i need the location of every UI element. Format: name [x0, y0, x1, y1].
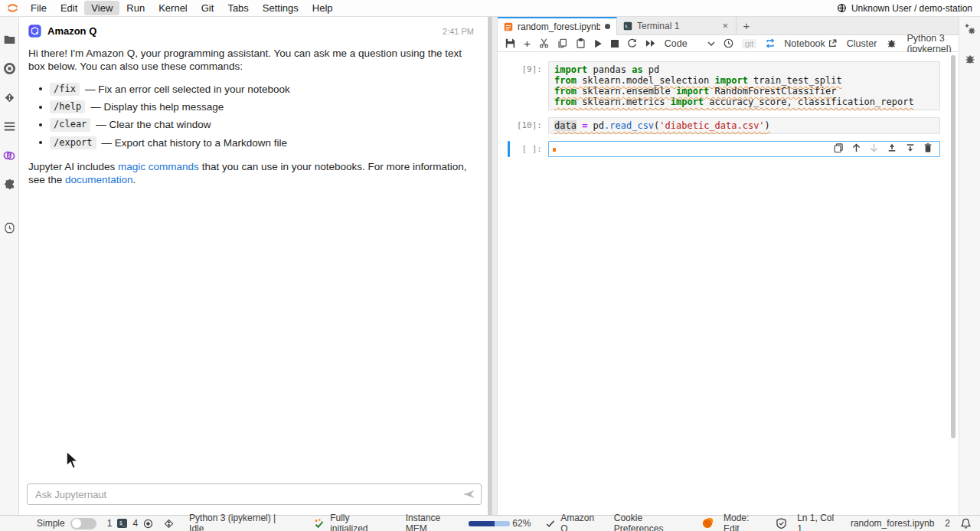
- menu-edit[interactable]: Edit: [54, 1, 84, 15]
- running-sessions-icon[interactable]: [0, 54, 19, 83]
- kernel-name: Python 3 (ipykernel): [906, 33, 951, 54]
- code-editor[interactable]: import pandas as pdfrom sklearn.model_se…: [548, 61, 940, 110]
- trust-shield-icon[interactable]: [776, 518, 786, 529]
- amazon-q-sidebar-icon[interactable]: [0, 141, 19, 170]
- menu-view[interactable]: View: [84, 1, 119, 15]
- active-cell-indicator-bar[interactable]: [508, 141, 510, 157]
- code-editor[interactable]: data = pd.read_csv('diabetic_data.csv'): [548, 117, 940, 134]
- code-cell-1[interactable]: [9]: import pandas as pdfrom sklearn.mod…: [498, 61, 940, 110]
- session-time-icon[interactable]: [0, 213, 19, 242]
- new-tab-button[interactable]: +: [737, 17, 756, 34]
- tab-label: Terminal 1: [637, 21, 716, 31]
- unsaved-changes-dot[interactable]: [605, 24, 610, 29]
- main-dock-panel: random_forest.ipynb $_ Terminal 1 × + +: [498, 17, 959, 515]
- insert-cell-above-icon[interactable]: [887, 143, 897, 152]
- code-token: import: [676, 86, 709, 97]
- copy-cells-icon[interactable]: [557, 38, 567, 48]
- paste-cells-icon[interactable]: [576, 38, 586, 48]
- code-editor-active[interactable]: [548, 141, 940, 157]
- code-cell-3-active[interactable]: [ ]:: [498, 141, 940, 157]
- cursor-position[interactable]: Ln 1, Col 1: [797, 513, 840, 531]
- code-token: 'diabetic_data.csv': [659, 120, 764, 131]
- cut-cells-icon[interactable]: [539, 38, 549, 48]
- tab-notebook[interactable]: random_forest.ipynb: [498, 17, 617, 35]
- table-of-contents-icon[interactable]: [0, 112, 19, 141]
- stop-kernel-icon[interactable]: [611, 40, 619, 48]
- duplicate-cell-icon[interactable]: [834, 143, 843, 152]
- menu-settings[interactable]: Settings: [256, 1, 305, 15]
- kernel-name-button[interactable]: Python 3 (ipykernel): [906, 33, 951, 54]
- save-icon[interactable]: [505, 38, 515, 48]
- git-sidebar-icon[interactable]: [0, 83, 19, 112]
- menu-run[interactable]: Run: [119, 1, 152, 15]
- tab-terminal[interactable]: $_ Terminal 1 ×: [617, 17, 737, 34]
- menu-kernel[interactable]: Kernel: [152, 1, 194, 15]
- chat-command-help: /help — Display this help message: [28, 100, 471, 113]
- history-clock-icon[interactable]: [724, 38, 733, 48]
- terminal-status-icon: $_: [117, 519, 127, 528]
- run-cell-icon[interactable]: [594, 39, 603, 48]
- code-line: from sklearn.model_selection import trai…: [554, 75, 934, 86]
- restart-kernel-icon[interactable]: [627, 38, 637, 48]
- extension-manager-icon[interactable]: [0, 170, 19, 199]
- active-file-name[interactable]: random_forest.ipynb: [851, 518, 934, 529]
- documentation-link[interactable]: documentation: [65, 174, 133, 185]
- code-cell-2[interactable]: [10]: data = pd.read_csv('diabetic_data.…: [498, 117, 940, 134]
- notebook-scrollbar[interactable]: [951, 55, 956, 512]
- code-line: import pandas as pd: [554, 64, 934, 75]
- insert-cell-below-icon[interactable]: [906, 143, 915, 152]
- restart-run-all-icon[interactable]: [645, 39, 656, 48]
- notebook-scrollbar-thumb[interactable]: [951, 55, 956, 438]
- menu-help[interactable]: Help: [305, 1, 340, 15]
- lsp-status[interactable]: Fully initialized: [314, 513, 388, 531]
- mode-indicator[interactable]: Mode: Edit: [724, 513, 766, 531]
- cell-type-dropdown[interactable]: Code: [665, 38, 715, 49]
- command-desc: — Fix an error cell selected in your not…: [85, 83, 290, 96]
- insert-cell-icon[interactable]: +: [524, 37, 531, 50]
- notebook-toolbar: + Code git: [498, 35, 959, 52]
- code-token: ): [765, 120, 770, 131]
- magic-commands-link[interactable]: magic commands: [118, 161, 199, 172]
- tab-close-icon[interactable]: ×: [720, 20, 730, 31]
- cookie-preferences-link[interactable]: Cookie Preferences: [614, 513, 691, 531]
- cookie-icon: [702, 518, 713, 529]
- panel-splitter[interactable]: [492, 17, 498, 515]
- delete-cell-icon[interactable]: [924, 143, 932, 152]
- running-sessions-status[interactable]: 1 $_ 4: [107, 518, 153, 529]
- move-cell-up-icon[interactable]: [852, 143, 861, 152]
- file-browser-icon[interactable]: [0, 25, 19, 54]
- chat-input[interactable]: [28, 489, 458, 500]
- code-token: sklearn.model_selection: [577, 75, 715, 86]
- code-line: from sklearn.metrics import accuracy_sco…: [554, 97, 934, 107]
- send-message-icon[interactable]: [458, 489, 481, 500]
- debugger-sidebar-icon[interactable]: [965, 54, 975, 64]
- cluster-button[interactable]: Cluster: [847, 38, 877, 49]
- chat-greeting: Hi there! I'm Amazon Q, your programming…: [28, 47, 471, 74]
- chat-command-clear: /clear — Clear the chat window: [28, 118, 471, 131]
- git-toolbar-button[interactable]: git: [742, 39, 757, 48]
- sync-notebook-icon[interactable]: [765, 38, 776, 48]
- move-cell-down-icon[interactable]: [870, 143, 878, 152]
- debugger-bug-icon[interactable]: [887, 38, 897, 48]
- code-token: from: [554, 97, 577, 107]
- menu-git[interactable]: Git: [194, 1, 221, 15]
- command-chip: /fix: [50, 83, 80, 96]
- open-notebook-button[interactable]: Notebook: [784, 38, 837, 49]
- amazonq-status[interactable]: Amazon Q: [546, 513, 603, 531]
- git-status-icon[interactable]: [164, 519, 174, 529]
- menu-file[interactable]: File: [24, 1, 54, 15]
- property-inspector-icon[interactable]: [964, 23, 976, 35]
- user-menu[interactable]: Unknown User / demo-station: [837, 3, 980, 14]
- kernel-status-text[interactable]: Python 3 (ipykernel) | Idle: [189, 513, 291, 531]
- menu-tabs[interactable]: Tabs: [220, 1, 255, 15]
- simple-mode-toggle[interactable]: [70, 518, 96, 529]
- code-token: import: [671, 97, 704, 107]
- mouse-cursor: [64, 451, 81, 470]
- toggle-knob: [72, 519, 81, 528]
- notification-count[interactable]: 2: [945, 518, 950, 529]
- bell-icon[interactable]: [961, 518, 971, 529]
- chevron-down-icon: [707, 41, 715, 46]
- toolbar-right-group: Notebook Cluster Python 3 (ipykernel): [784, 33, 971, 54]
- simple-mode-toggle-group: Simple: [37, 518, 96, 529]
- notebook-content: [9]: import pandas as pdfrom sklearn.mod…: [498, 52, 959, 515]
